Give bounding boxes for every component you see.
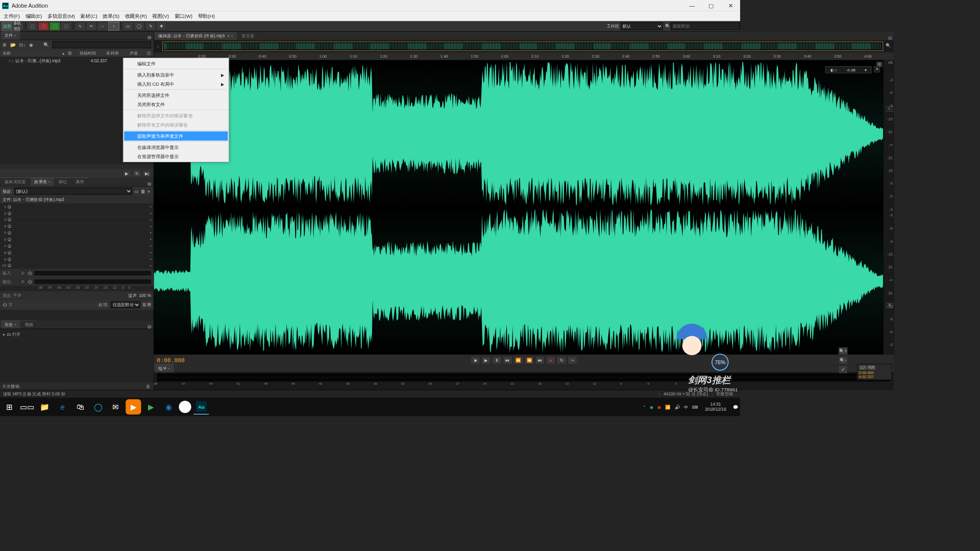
context-menu-item[interactable]: 提取声道为单声道文件 bbox=[124, 132, 228, 141]
menu-multitrack[interactable]: 多轨混音(M) bbox=[45, 13, 78, 20]
tray-wifi-icon[interactable]: 📶 bbox=[665, 405, 671, 410]
tab-history[interactable]: 历史× bbox=[1, 320, 20, 329]
fx-slot[interactable]: 5⏻▸ bbox=[0, 230, 154, 236]
menu-effects[interactable]: 效果(S) bbox=[100, 13, 122, 20]
taskbar-music[interactable]: ◉ bbox=[161, 399, 177, 414]
window-minimize[interactable]: — bbox=[682, 0, 702, 11]
waveform-right-channel[interactable] bbox=[154, 207, 883, 354]
pause-button[interactable]: ⏸ bbox=[492, 357, 501, 364]
taskview-button[interactable]: ▭▭ bbox=[19, 399, 35, 414]
timeline-ruler[interactable]: 0:200:300:400:501:001:101:201:301:401:50… bbox=[154, 53, 894, 60]
tray-up-icon[interactable]: ⌃ bbox=[643, 405, 646, 410]
tray-app1-icon[interactable]: ◉ bbox=[650, 405, 654, 410]
delete-preset-icon[interactable]: 🗑 bbox=[141, 189, 145, 193]
fx-list-icon[interactable]: ☰ bbox=[9, 302, 13, 307]
fx-power-icon[interactable]: ⏻ bbox=[3, 303, 7, 307]
fx-slot[interactable]: 1⏻▸ bbox=[0, 204, 154, 210]
save-preset-icon[interactable]: ▭ bbox=[135, 189, 139, 194]
context-menu-item[interactable]: 插入到 CD 布局中▶ bbox=[124, 80, 228, 89]
menu-clip[interactable]: 素材(C) bbox=[78, 13, 100, 20]
taskbar-mail[interactable]: ✉ bbox=[108, 399, 123, 414]
mode-waveform[interactable]: 波形 bbox=[2, 22, 12, 31]
taskbar-player[interactable]: ▶ bbox=[143, 399, 159, 414]
start-button[interactable]: ⊞ bbox=[2, 399, 17, 414]
input-knob[interactable] bbox=[20, 270, 26, 276]
fx-star-icon[interactable]: ★ bbox=[147, 189, 151, 194]
panel-menu-icon[interactable]: ▤ bbox=[888, 36, 892, 40]
panel-menu-icon[interactable]: ▤ bbox=[148, 324, 151, 329]
taskbar-browser2[interactable]: ◯ bbox=[90, 399, 106, 414]
context-menu-item[interactable]: 关闭所选择文件 bbox=[124, 90, 228, 99]
stop-button[interactable]: ■ bbox=[471, 357, 480, 364]
new-file-icon[interactable]: 🗎 bbox=[3, 42, 7, 47]
tool-1[interactable]: ⬚ bbox=[27, 22, 38, 31]
taskbar-video[interactable]: ▶ bbox=[126, 399, 141, 414]
menu-favorites[interactable]: 收藏夹(R) bbox=[122, 13, 150, 20]
tool-3[interactable]: ⬚ bbox=[50, 22, 60, 31]
play-button[interactable]: ▶ bbox=[481, 357, 491, 364]
record-button[interactable]: ● bbox=[546, 357, 555, 364]
tray-volume-icon[interactable]: 🔊 bbox=[675, 405, 680, 410]
tray-ime-icon[interactable]: 中 bbox=[684, 404, 688, 410]
fx-slot[interactable]: 2⏻▸ bbox=[0, 210, 154, 217]
play-preview-button[interactable]: ▶ bbox=[122, 170, 131, 177]
autoplay-button[interactable]: ▶| bbox=[142, 170, 151, 177]
input-power-icon[interactable]: ⏻ bbox=[28, 271, 32, 276]
output-knob[interactable] bbox=[20, 279, 26, 285]
overview-zoom-icon[interactable]: 🔍 bbox=[886, 43, 892, 49]
goto-end-button[interactable]: ⏭ bbox=[535, 357, 545, 364]
history-item[interactable]: ▸ 🗀 打开 bbox=[3, 331, 150, 338]
fx-slot[interactable]: 9⏻▸ bbox=[0, 256, 154, 262]
tool-2[interactable]: ⬚ bbox=[38, 22, 49, 31]
mode-multitrack[interactable]: 多轨混音 bbox=[13, 22, 23, 31]
workspace-select[interactable]: 默认 bbox=[621, 22, 663, 30]
context-menu-item[interactable]: 在媒体浏览器中显示 bbox=[124, 142, 228, 152]
tab-levels[interactable]: 电平× bbox=[155, 364, 174, 373]
tool-move[interactable]: ↖ bbox=[75, 22, 86, 31]
context-menu-item[interactable]: 编辑文件 bbox=[124, 59, 228, 68]
taskbar-store[interactable]: 🛍 bbox=[72, 399, 88, 414]
loop-preview-button[interactable]: ↻ bbox=[133, 170, 141, 177]
taskbar-explorer[interactable]: 📁 bbox=[37, 399, 52, 414]
zoom-full-button[interactable]: ⤢ bbox=[839, 366, 848, 373]
process-mode-select[interactable]: 仅选区部分 bbox=[111, 302, 140, 309]
tray-lang-icon[interactable]: ⌨ bbox=[692, 405, 698, 410]
tool-slip[interactable]: ↔ bbox=[97, 22, 108, 31]
tab-editor[interactable]: 编辑器: 以冬 - 罚酒饮得 (伴奏).mp3 ▼ × bbox=[155, 32, 237, 40]
taskbar-edge[interactable]: e bbox=[55, 399, 70, 414]
tool-brush[interactable]: ✎ bbox=[145, 22, 156, 31]
tool-razor[interactable]: ✂ bbox=[86, 22, 96, 31]
goto-start-button[interactable]: ⏮ bbox=[503, 357, 512, 364]
tool-heal[interactable]: ✚ bbox=[156, 22, 167, 31]
forward-button[interactable]: ⏩ bbox=[525, 357, 534, 364]
skip-selection-button[interactable]: ⤳ bbox=[568, 357, 577, 364]
panel-menu-icon[interactable]: ▤ bbox=[148, 182, 151, 186]
loop-button[interactable]: ↻ bbox=[557, 357, 566, 364]
menu-edit[interactable]: 编辑(E) bbox=[22, 13, 44, 20]
status-col[interactable]: ▴ 状态 bbox=[60, 49, 77, 57]
fx-slot[interactable]: 3⏻▸ bbox=[0, 216, 154, 223]
help-search-input[interactable] bbox=[671, 22, 740, 30]
apply-button[interactable]: 应用 bbox=[142, 302, 151, 308]
tab-effects-rack[interactable]: 效果夹× bbox=[31, 178, 54, 186]
cd-icon[interactable]: ◉ bbox=[29, 42, 33, 47]
tool-time-select[interactable]: I bbox=[108, 22, 119, 31]
fx-slot[interactable]: 8⏻▸ bbox=[0, 249, 154, 256]
tool-lasso[interactable]: ◯ bbox=[134, 22, 144, 31]
tray-app2-icon[interactable]: ◉ bbox=[657, 405, 662, 410]
zoom-in-button[interactable]: 🔍+ bbox=[839, 347, 848, 355]
fx-slot[interactable]: 4⏻▸ bbox=[0, 223, 154, 230]
waveform-left-channel[interactable] bbox=[154, 60, 883, 207]
tab-markers[interactable]: 标记 bbox=[55, 178, 71, 186]
taskbar-audition[interactable]: Au bbox=[193, 399, 209, 414]
trash-icon[interactable]: 🗑 bbox=[146, 384, 150, 388]
output-power-icon[interactable]: ⏻ bbox=[28, 280, 32, 284]
menu-window[interactable]: 窗口(W) bbox=[172, 13, 195, 20]
file-search-input[interactable] bbox=[53, 41, 151, 48]
context-menu-item[interactable]: 在资源管理器中显示 bbox=[124, 152, 228, 161]
window-maximize[interactable]: ▢ bbox=[701, 0, 721, 11]
tab-video[interactable]: 视频 bbox=[21, 320, 37, 329]
taskbar-app[interactable] bbox=[179, 400, 191, 413]
fx-slot[interactable]: 10⏻▸ bbox=[0, 262, 154, 269]
fx-slot[interactable]: 7⏻▸ bbox=[0, 243, 154, 249]
